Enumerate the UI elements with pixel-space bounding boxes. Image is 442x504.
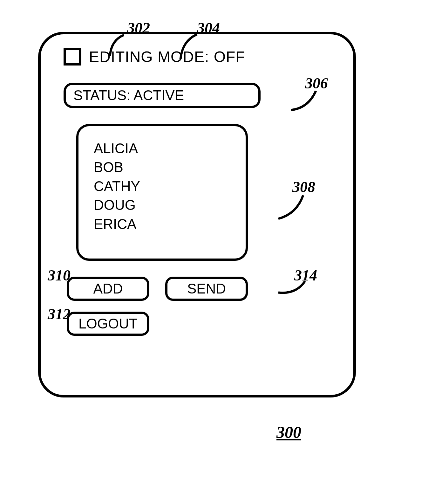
list-item[interactable]: CATHY bbox=[94, 177, 230, 196]
add-button-label: ADD bbox=[93, 281, 123, 297]
list-item[interactable]: DOUG bbox=[94, 196, 230, 214]
editing-mode-label: EDITING MODE: OFF bbox=[89, 48, 245, 66]
logout-button-label: LOGOUT bbox=[78, 316, 138, 332]
editing-mode-checkbox[interactable] bbox=[64, 48, 81, 66]
callout-304: 304 bbox=[197, 19, 220, 37]
logout-button[interactable]: LOGOUT bbox=[67, 312, 149, 336]
callout-314: 314 bbox=[294, 266, 317, 284]
send-button-label: SEND bbox=[187, 281, 226, 297]
list-item[interactable]: BOB bbox=[94, 158, 230, 176]
contacts-list[interactable]: ALICIA BOB CATHY DOUG ERICA bbox=[76, 124, 248, 261]
figure-label: 300 bbox=[276, 423, 301, 442]
callout-308: 308 bbox=[292, 178, 315, 196]
callout-306: 306 bbox=[305, 74, 328, 92]
status-display: STATUS: ACTIVE bbox=[64, 83, 261, 108]
add-button[interactable]: ADD bbox=[67, 277, 149, 301]
send-button[interactable]: SEND bbox=[165, 277, 248, 301]
list-item[interactable]: ERICA bbox=[94, 215, 230, 233]
status-text: STATUS: ACTIVE bbox=[73, 87, 184, 103]
list-item[interactable]: ALICIA bbox=[94, 139, 230, 158]
callout-302: 302 bbox=[127, 19, 150, 37]
